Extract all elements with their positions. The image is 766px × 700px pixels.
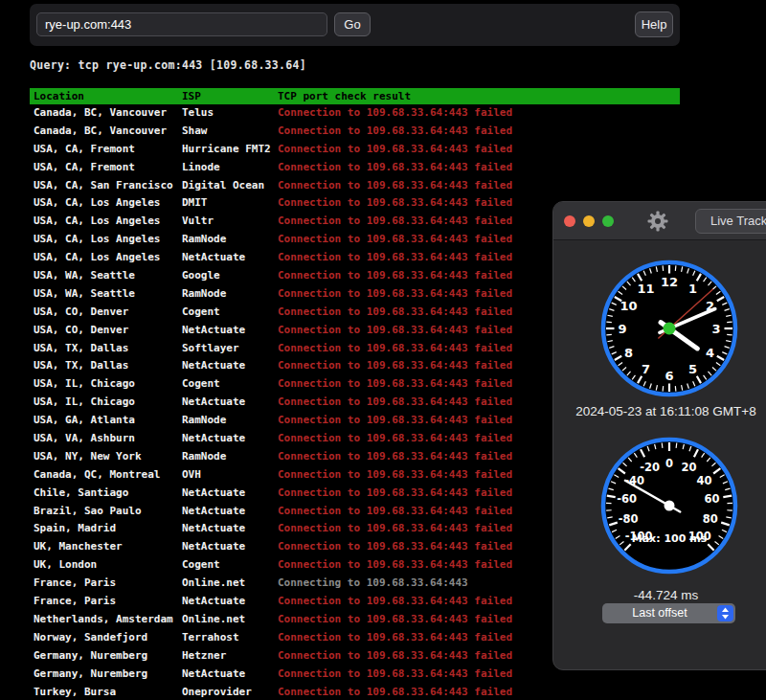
query-summary: Query: tcp rye-up.com:443 [109.68.33.64] [30, 58, 306, 72]
cell-isp: NetActuate [182, 430, 278, 448]
analog-clock: 121234567891011 [597, 257, 741, 400]
cell-location: USA, WA, Seattle [30, 285, 182, 304]
svg-text:0: 0 [665, 457, 673, 470]
svg-text:-60: -60 [617, 492, 637, 506]
offset-mode-select[interactable]: Last offset [602, 603, 735, 623]
cell-location: USA, IL, Chicago [30, 394, 182, 412]
cell-location: Brazil, Sao Paulo [30, 503, 182, 521]
cell-location: USA, CO, Denver [30, 322, 182, 340]
svg-text:12: 12 [661, 275, 678, 289]
cell-location: USA, CA, Fremont [30, 141, 182, 159]
cell-isp: Online.net [182, 611, 278, 629]
cell-isp: Telus [182, 104, 278, 123]
svg-text:Max: 100 ms: Max: 100 ms [632, 532, 708, 545]
cell-isp: NetActuate [182, 249, 278, 267]
cell-isp: DMIT [182, 194, 278, 213]
cell-location: Canada, BC, Vancouver [30, 104, 182, 123]
cell-isp: Shaw [182, 123, 278, 141]
cell-location: USA, TX, Dallas [30, 357, 182, 375]
cell-isp: NetActuate [182, 322, 278, 340]
cell-location: USA, VA, Ashburn [30, 430, 182, 448]
cell-location: USA, CA, Los Angeles [30, 213, 182, 231]
svg-text:11: 11 [637, 282, 654, 296]
table-header: Location ISP TCP port check result [30, 88, 680, 104]
cell-location: Spain, Madrid [30, 520, 182, 538]
svg-text:7: 7 [642, 362, 650, 376]
cell-isp: Google [182, 267, 278, 285]
header-isp: ISP [182, 88, 278, 104]
table-row: USA, CA, San FranciscoDigital OceanConne… [30, 177, 680, 195]
clock-datetime-label: 2024-05-23 at 16:11:08 GMT+8 [553, 404, 766, 418]
minimize-window-icon[interactable] [583, 215, 595, 227]
cell-isp: NetActuate [182, 593, 278, 611]
cell-location: Germany, Nuremberg [30, 647, 182, 666]
cell-isp: Cogent [182, 556, 278, 575]
cell-result: Connection to 109.68.33.64:443 failed [278, 123, 680, 141]
cell-location: Canada, BC, Vancouver [30, 123, 182, 141]
cell-location: USA, TX, Dallas [30, 340, 182, 358]
cell-location: USA, CO, Denver [30, 304, 182, 322]
svg-text:40: 40 [696, 474, 711, 487]
cell-isp: RamNode [182, 285, 278, 304]
offset-value-label: -44.724 ms [553, 588, 766, 602]
cell-isp: Oneprovider [182, 684, 278, 700]
table-row: Canada, BC, VancouverTelusConnection to … [30, 104, 680, 123]
svg-text:10: 10 [620, 299, 638, 313]
svg-text:-80: -80 [619, 512, 639, 526]
cell-isp: Digital Ocean [182, 177, 278, 195]
header-result: TCP port check result [278, 88, 680, 104]
cell-location: Norway, Sandefjord [30, 629, 182, 647]
svg-text:1: 1 [688, 282, 697, 296]
cell-isp: Linode [182, 159, 278, 177]
svg-text:5: 5 [688, 362, 697, 376]
cell-location: UK, London [30, 556, 182, 575]
zoom-window-icon[interactable] [602, 215, 614, 227]
cell-isp: Softlayer [182, 340, 278, 358]
cell-location: Turkey, Bursa [30, 684, 182, 700]
cell-location: France, Paris [30, 575, 182, 593]
cell-isp: NetActuate [182, 538, 278, 556]
help-button[interactable]: Help [635, 11, 673, 37]
cell-location: Chile, Santiago [30, 485, 182, 503]
cell-result: Connection to 109.68.33.64:443 failed [278, 684, 680, 700]
cell-isp: NetActuate [182, 520, 278, 538]
close-window-icon[interactable] [564, 215, 575, 227]
svg-text:20: 20 [681, 461, 696, 474]
cell-result: Connection to 109.68.33.64:443 failed [278, 177, 680, 195]
cell-isp: Online.net [182, 575, 278, 593]
cell-isp: Hetzner [182, 647, 278, 666]
cell-location: USA, CA, Fremont [30, 159, 182, 177]
cell-result: Connection to 109.68.33.64:443 failed [278, 159, 680, 177]
cell-isp: NetActuate [182, 503, 278, 521]
cell-location: USA, IL, Chicago [30, 375, 182, 394]
window-titlebar: Live Track [553, 202, 766, 240]
table-row: Canada, BC, VancouverShawConnection to 1… [30, 123, 680, 141]
select-chevrons-icon [717, 605, 733, 621]
cell-location: Canada, QC, Montreal [30, 466, 182, 485]
cell-isp: Cogent [182, 375, 278, 394]
live-track-window: Live Track 121234567891011 2024-05-23 at… [552, 201, 766, 670]
host-input[interactable] [36, 12, 327, 36]
svg-text:3: 3 [711, 322, 720, 336]
svg-text:9: 9 [618, 322, 626, 336]
cell-location: USA, GA, Atlanta [30, 412, 182, 430]
cell-location: USA, CA, San Francisco [30, 177, 182, 195]
table-row: Turkey, BursaOneproviderConnection to 10… [30, 684, 680, 700]
svg-text:6: 6 [665, 369, 673, 383]
cell-location: USA, CA, Los Angeles [30, 194, 182, 213]
live-track-button[interactable]: Live Track [695, 209, 766, 234]
offset-mode-selected-value: Last offset [602, 603, 717, 623]
cell-location: France, Paris [30, 593, 182, 611]
cell-location: USA, CA, Los Angeles [30, 231, 182, 249]
cell-location: USA, CA, Los Angeles [30, 249, 182, 267]
gear-icon[interactable] [647, 211, 668, 232]
cell-isp: Hurricane FMT2 [182, 141, 278, 159]
go-button[interactable]: Go [334, 12, 371, 36]
table-row: USA, CA, FremontHurricane FMT2Connection… [30, 141, 680, 159]
table-row: USA, CA, FremontLinodeConnection to 109.… [30, 159, 680, 177]
cell-isp: Cogent [182, 304, 278, 322]
cell-isp: RamNode [182, 231, 278, 249]
cell-isp: NetActuate [182, 666, 278, 684]
cell-isp: NetActuate [182, 485, 278, 503]
offset-gauge: -100-80-60-40-20020406080100Max: 100 ms [597, 434, 741, 577]
